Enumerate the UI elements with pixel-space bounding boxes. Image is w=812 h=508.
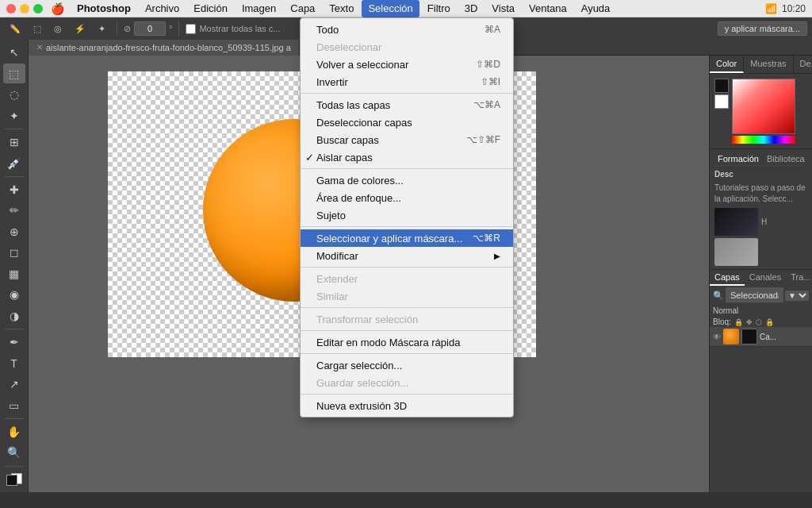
todo-shortcut: ⌘A — [485, 24, 500, 35]
separator-7 — [301, 353, 513, 354]
sujeto-label: Sujeto — [316, 210, 346, 221]
menu-cargar-seleccion[interactable]: Cargar selección... — [301, 356, 513, 374]
cargar-seleccion-label: Cargar selección... — [316, 360, 402, 371]
menu-invertir[interactable]: Invertir ⇧⌘I — [301, 73, 513, 90]
separator-1 — [301, 93, 513, 94]
deseleccionar-capas-label: Deseleccionar capas — [316, 117, 412, 129]
separator-3 — [301, 226, 513, 227]
menu-transformar-seleccion: Transformar selección — [301, 310, 513, 328]
menu-todas-capas[interactable]: Todas las capas ⌥⌘A — [301, 96, 513, 114]
todo-label: Todo — [316, 24, 339, 36]
menu-area-enfoque[interactable]: Área de enfoque... — [301, 189, 513, 206]
buscar-capas-label: Buscar capas — [316, 134, 379, 146]
buscar-capas-shortcut: ⌥⇧⌘F — [466, 134, 500, 145]
volver-seleccionar-label: Volver a seleccionar — [316, 59, 408, 71]
volver-seleccionar-shortcut: ⇧⌘D — [476, 59, 500, 70]
separator-2 — [301, 168, 513, 169]
invertir-shortcut: ⇧⌘I — [481, 76, 500, 87]
modificar-label: Modificar — [316, 250, 358, 262]
guardar-seleccion-label: Guardar selección... — [316, 377, 408, 389]
aislar-capas-label: Aislar capas — [316, 152, 373, 164]
menu-deseleccionar-capas[interactable]: Deseleccionar capas — [301, 114, 513, 131]
seleccionar-mascara-label: Seleccionar y aplicar máscara... — [316, 233, 462, 244]
menu-guardar-seleccion: Guardar selección... — [301, 374, 513, 391]
menu-extender: Extender — [301, 270, 513, 287]
editar-mascara-rapida-label: Editar en modo Máscara rápida — [316, 337, 460, 348]
menu-todo[interactable]: Todo ⌘A — [301, 21, 513, 38]
separator-5 — [301, 307, 513, 308]
todas-capas-label: Todas las capas — [316, 99, 390, 111]
separator-8 — [301, 394, 513, 394]
separator-4 — [301, 267, 513, 267]
submenu-arrow-icon: ▶ — [494, 252, 500, 260]
deseleccionar-label: Deseleccionar — [316, 41, 381, 53]
seleccionar-mascara-shortcut: ⌥⌘R — [473, 233, 500, 244]
menu-editar-mascara-rapida[interactable]: Editar en modo Máscara rápida — [301, 333, 513, 351]
menu-sujeto[interactable]: Sujeto — [301, 206, 513, 224]
menu-seleccionar-mascara[interactable]: Seleccionar y aplicar máscara... ⌥⌘R — [301, 229, 513, 247]
menu-modificar[interactable]: Modificar ▶ — [301, 247, 513, 264]
extender-label: Extender — [316, 273, 358, 285]
transformar-seleccion-label: Transformar selección — [316, 314, 418, 325]
nueva-extrusion-label: Nueva extrusión 3D — [316, 400, 407, 412]
dropdown-overlay[interactable]: Todo ⌘A Deseleccionar Volver a seleccion… — [0, 0, 812, 508]
separator-6 — [301, 330, 513, 331]
todas-capas-shortcut: ⌥⌘A — [473, 99, 500, 110]
area-enfoque-label: Área de enfoque... — [316, 192, 401, 204]
aislar-check: ✓ — [305, 152, 314, 164]
seleccion-dropdown: Todo ⌘A Deseleccionar Volver a seleccion… — [300, 17, 514, 418]
similar-label: Similar — [316, 291, 348, 302]
menu-buscar-capas[interactable]: Buscar capas ⌥⇧⌘F — [301, 131, 513, 148]
menu-gama-colores[interactable]: Gama de colores... — [301, 171, 513, 189]
invertir-label: Invertir — [316, 76, 348, 88]
menu-similar: Similar — [301, 287, 513, 305]
menu-deseleccionar: Deseleccionar — [301, 38, 513, 56]
menu-nueva-extrusion[interactable]: Nueva extrusión 3D — [301, 397, 513, 414]
menu-volver-seleccionar[interactable]: Volver a seleccionar ⇧⌘D — [301, 56, 513, 73]
gama-colores-label: Gama de colores... — [316, 175, 404, 187]
menu-aislar-capas[interactable]: ✓ Aislar capas — [301, 148, 513, 166]
